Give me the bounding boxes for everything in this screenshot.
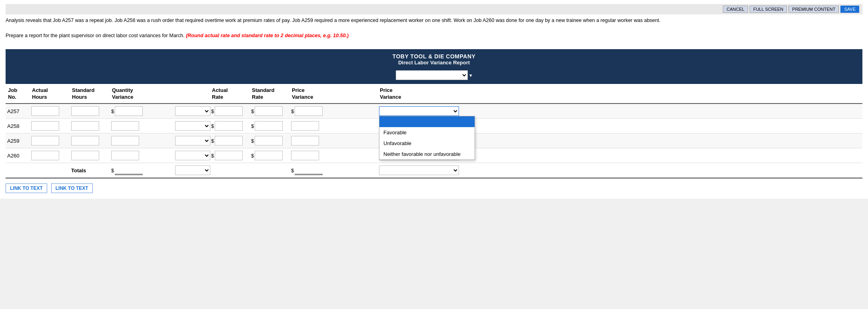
a257-actual-hours-input[interactable] bbox=[31, 106, 59, 116]
dropdown-unfavorable-option[interactable]: Unfavorable bbox=[379, 138, 475, 149]
a258-qty-var-dollar-input[interactable] bbox=[111, 121, 139, 131]
a257-actual-hours-cell bbox=[30, 106, 70, 117]
a258-qty-var-dollar-cell bbox=[110, 120, 174, 132]
a260-price-var-dollar-input[interactable] bbox=[291, 151, 319, 160]
totals-price-var-dollar-input[interactable] bbox=[295, 165, 323, 175]
dropdown-neither-option[interactable]: Neither favorable nor unfavorable bbox=[379, 149, 475, 159]
col-actual-hours: ActualHours bbox=[30, 86, 70, 102]
paragraph1: Analysis reveals that Job A257 was a rep… bbox=[6, 17, 862, 24]
a260-standard-hours-input[interactable] bbox=[71, 151, 99, 160]
paragraph2: Prepare a report for the plant superviso… bbox=[6, 32, 862, 40]
paragraph2-highlight: (Round actual rate and standard rate to … bbox=[186, 33, 349, 38]
a260-actual-rate-input[interactable] bbox=[215, 151, 243, 160]
totals-qty-var-dollar-cell: $ bbox=[110, 165, 174, 176]
a257-price-var-select-cell: Favorable Unfavorable Neither favorable … bbox=[377, 106, 417, 117]
a257-standard-hours-cell bbox=[70, 106, 110, 117]
a260-qty-var-dollar-input[interactable] bbox=[111, 151, 139, 160]
col-quantity-variance: QuantityVariance bbox=[110, 86, 174, 102]
a259-qty-var-select[interactable]: Favorable Unfavorable Neither favorable … bbox=[175, 136, 210, 146]
a260-price-var-dollar-cell bbox=[289, 150, 377, 161]
job-a258-label: A258 bbox=[6, 122, 30, 130]
a258-qty-var-select-cell: Favorable Unfavorable Neither favorable … bbox=[174, 120, 210, 132]
a258-standard-hours-cell bbox=[70, 120, 110, 132]
totals-row: Totals $ Favorable Unfavorable Neither f… bbox=[6, 163, 862, 179]
intro-text: Analysis reveals that Job A257 was a rep… bbox=[6, 17, 862, 39]
a259-qty-var-dollar-input[interactable] bbox=[111, 136, 139, 146]
a260-standard-hours-cell bbox=[70, 150, 110, 161]
button-row: LINK TO TEXT LINK TO TEXT bbox=[6, 183, 862, 193]
report-header: TOBY TOOL & DIE COMPANY Direct Labor Var… bbox=[6, 49, 862, 68]
save-button[interactable]: SAVE bbox=[840, 6, 859, 13]
dropdown-blank-option[interactable] bbox=[379, 116, 475, 127]
full-screen-button[interactable]: FULL SCREEN bbox=[750, 6, 787, 13]
a259-actual-hours-input[interactable] bbox=[31, 136, 59, 146]
totals-price-var-select[interactable]: Favorable Unfavorable Neither favorable … bbox=[379, 165, 459, 175]
a259-qty-var-dollar-cell bbox=[110, 135, 174, 146]
a259-actual-hours-cell bbox=[30, 135, 70, 146]
a258-actual-hours-cell bbox=[30, 120, 70, 132]
link-to-text-button-1[interactable]: LINK TO TEXT bbox=[6, 183, 47, 193]
a260-standard-rate-input[interactable] bbox=[255, 151, 283, 160]
a259-standard-hours-cell bbox=[70, 135, 110, 146]
a258-standard-hours-input[interactable] bbox=[71, 121, 99, 131]
a257-price-var-select[interactable]: Favorable Unfavorable Neither favorable … bbox=[379, 106, 459, 116]
a257-price-var-dollar-input[interactable] bbox=[295, 106, 323, 116]
a258-actual-rate-input[interactable] bbox=[215, 121, 243, 131]
month-select[interactable]: January February March April bbox=[396, 70, 468, 80]
a260-actual-hours-cell bbox=[30, 150, 70, 161]
cancel-button[interactable]: CANCEL bbox=[723, 6, 748, 13]
a257-qty-var-dollar-input[interactable] bbox=[115, 106, 143, 116]
a258-actual-hours-input[interactable] bbox=[31, 121, 59, 131]
totals-qty-var-dollar-input[interactable] bbox=[115, 165, 143, 175]
a259-price-var-dollar-cell bbox=[289, 135, 377, 146]
a257-qty-var-select[interactable]: Favorable Unfavorable Neither favorable … bbox=[175, 106, 210, 116]
table-row: A257 $ Favorable Unfavorable Neither fav… bbox=[6, 104, 862, 119]
col-price-variance: PriceVariance bbox=[289, 86, 377, 102]
a259-standard-hours-input[interactable] bbox=[71, 136, 99, 146]
job-a260-label: A260 bbox=[6, 152, 30, 159]
totals-empty4 bbox=[249, 169, 289, 171]
col-qty-var-type bbox=[174, 86, 210, 102]
data-table: A257 $ Favorable Unfavorable Neither fav… bbox=[6, 104, 862, 179]
link-to-text-button-2[interactable]: LINK TO TEXT bbox=[51, 183, 93, 193]
col-standard-hours: StandardHours bbox=[70, 86, 110, 102]
totals-empty2 bbox=[30, 169, 70, 171]
col-job-no: JobNo. bbox=[6, 86, 30, 102]
a259-price-var-dollar-input[interactable] bbox=[291, 136, 319, 146]
dropdown-favorable-option[interactable]: Favorable bbox=[379, 127, 475, 138]
totals-price-var-select-cell: Favorable Unfavorable Neither favorable … bbox=[377, 165, 417, 176]
a257-standard-rate-cell: $ bbox=[249, 106, 289, 117]
a259-standard-rate-input[interactable] bbox=[255, 136, 283, 146]
a258-qty-var-select[interactable]: Favorable Unfavorable Neither favorable … bbox=[175, 121, 210, 131]
totals-qty-var-select[interactable]: Favorable Unfavorable Neither favorable … bbox=[175, 165, 210, 175]
top-nav: CANCEL FULL SCREEN PREMIUM CONTENT SAVE bbox=[6, 4, 862, 14]
totals-empty1 bbox=[6, 169, 30, 171]
job-a257-label: A257 bbox=[6, 108, 30, 115]
premium-content-button[interactable]: PREMIUM CONTENT bbox=[788, 6, 839, 13]
paragraph2-prefix: Prepare a report for the plant superviso… bbox=[6, 33, 186, 38]
a260-actual-hours-input[interactable] bbox=[31, 151, 59, 160]
a258-standard-rate-cell: $ bbox=[249, 120, 289, 132]
a260-standard-rate-cell: $ bbox=[249, 150, 289, 161]
totals-qty-var-select-cell: Favorable Unfavorable Neither favorable … bbox=[174, 165, 210, 176]
a257-qty-var-select-cell: Favorable Unfavorable Neither favorable … bbox=[174, 106, 210, 117]
col-actual-rate: ActualRate bbox=[210, 86, 249, 102]
a257-standard-rate-input[interactable] bbox=[255, 106, 283, 116]
totals-price-var-dollar-cell: $ bbox=[289, 165, 377, 176]
month-row: January February March April ▾ bbox=[6, 68, 862, 84]
a257-actual-rate-input[interactable] bbox=[215, 106, 243, 116]
a260-actual-rate-cell: $ bbox=[210, 150, 249, 161]
a260-qty-var-select[interactable]: Favorable Unfavorable Neither favorable … bbox=[175, 151, 210, 160]
a259-standard-rate-cell: $ bbox=[249, 135, 289, 146]
col-price-var-type: PriceVariance bbox=[377, 86, 417, 102]
a260-qty-var-select-cell: Favorable Unfavorable Neither favorable … bbox=[174, 150, 210, 161]
a259-actual-rate-input[interactable] bbox=[215, 136, 243, 146]
totals-empty3 bbox=[210, 169, 249, 171]
a257-qty-var-dollar-cell: $ bbox=[110, 106, 174, 117]
a259-qty-var-select-cell: Favorable Unfavorable Neither favorable … bbox=[174, 135, 210, 146]
col-standard-rate: StandardRate bbox=[249, 86, 289, 102]
a257-standard-hours-input[interactable] bbox=[71, 106, 99, 116]
a258-price-var-dollar-input[interactable] bbox=[291, 121, 319, 131]
a258-standard-rate-input[interactable] bbox=[255, 121, 283, 131]
company-name: TOBY TOOL & DIE COMPANY bbox=[6, 53, 862, 60]
